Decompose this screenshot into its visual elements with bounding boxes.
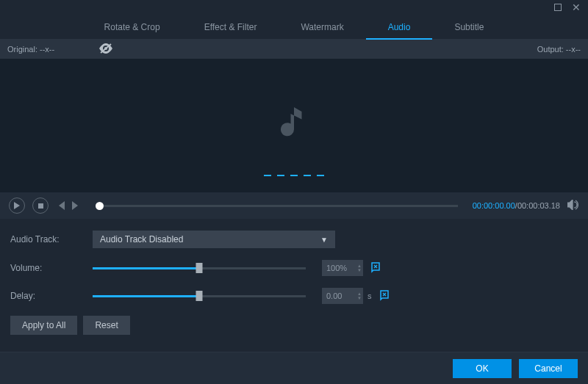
delay-thumb[interactable] bbox=[196, 291, 203, 301]
audio-settings: Audio Track: Audio Track Disabled ▼ Volu… bbox=[0, 219, 588, 342]
current-time: 00:00:00.00 bbox=[473, 201, 515, 210]
output-dimensions: Output: --x-- bbox=[537, 45, 581, 54]
music-note-icon bbox=[281, 107, 307, 145]
player-controls: 00:00:00.00/00:00:03.18 bbox=[0, 192, 588, 219]
volume-stepper[interactable]: ▲▼ bbox=[357, 264, 362, 272]
cancel-button[interactable]: Cancel bbox=[519, 359, 578, 378]
seek-thumb[interactable] bbox=[96, 202, 104, 210]
close-button[interactable]: ✕ bbox=[572, 1, 581, 13]
play-button[interactable] bbox=[9, 198, 25, 214]
volume-reset-icon[interactable] bbox=[370, 261, 382, 275]
titlebar: ✕ bbox=[0, 0, 588, 15]
delay-stepper[interactable]: ▲▼ bbox=[357, 291, 362, 300]
volume-slider[interactable] bbox=[93, 262, 306, 274]
delay-input[interactable]: 0.00 ▲▼ bbox=[322, 288, 363, 304]
tab-subtitle[interactable]: Subtitle bbox=[432, 15, 506, 40]
volume-label: Volume: bbox=[10, 263, 93, 273]
chevron-down-icon: ▼ bbox=[320, 236, 328, 244]
tab-audio[interactable]: Audio bbox=[366, 15, 433, 40]
tab-watermark[interactable]: Watermark bbox=[279, 15, 365, 40]
info-bar: Original: --x-- Output: --x-- bbox=[0, 40, 588, 59]
time-display: 00:00:00.00/00:00:03.18 bbox=[473, 201, 560, 210]
preview-area bbox=[0, 59, 588, 192]
apply-to-all-button[interactable]: Apply to All bbox=[10, 316, 77, 335]
delay-reset-icon[interactable] bbox=[379, 289, 391, 303]
delay-label: Delay: bbox=[10, 291, 93, 301]
footer: OK Cancel bbox=[0, 352, 588, 384]
equalizer-icon bbox=[264, 175, 324, 176]
reset-button[interactable]: Reset bbox=[83, 316, 129, 335]
ok-button[interactable]: OK bbox=[453, 359, 512, 378]
volume-input[interactable]: 100% ▲▼ bbox=[322, 260, 363, 276]
delay-unit: s bbox=[368, 291, 372, 300]
total-time: 00:00:03.18 bbox=[517, 201, 560, 210]
maximize-button[interactable] bbox=[554, 1, 562, 13]
delay-slider[interactable] bbox=[93, 290, 306, 302]
stop-button[interactable] bbox=[32, 198, 49, 214]
original-dimensions: Original: --x-- bbox=[7, 45, 54, 54]
next-button[interactable] bbox=[72, 201, 81, 210]
volume-icon[interactable] bbox=[567, 200, 579, 212]
volume-thumb[interactable] bbox=[196, 263, 203, 273]
prev-button[interactable] bbox=[56, 201, 65, 210]
svg-rect-2 bbox=[38, 203, 43, 209]
seek-slider[interactable] bbox=[96, 205, 458, 207]
audio-track-value: Audio Track Disabled bbox=[100, 234, 183, 244]
tabs: Rotate & Crop Effect & Filter Watermark … bbox=[0, 15, 588, 40]
audio-track-select[interactable]: Audio Track Disabled ▼ bbox=[93, 231, 335, 248]
tab-effect-filter[interactable]: Effect & Filter bbox=[182, 15, 279, 40]
audio-track-label: Audio Track: bbox=[10, 234, 93, 244]
tab-rotate-crop[interactable]: Rotate & Crop bbox=[82, 15, 182, 40]
preview-toggle-icon[interactable] bbox=[98, 43, 113, 55]
